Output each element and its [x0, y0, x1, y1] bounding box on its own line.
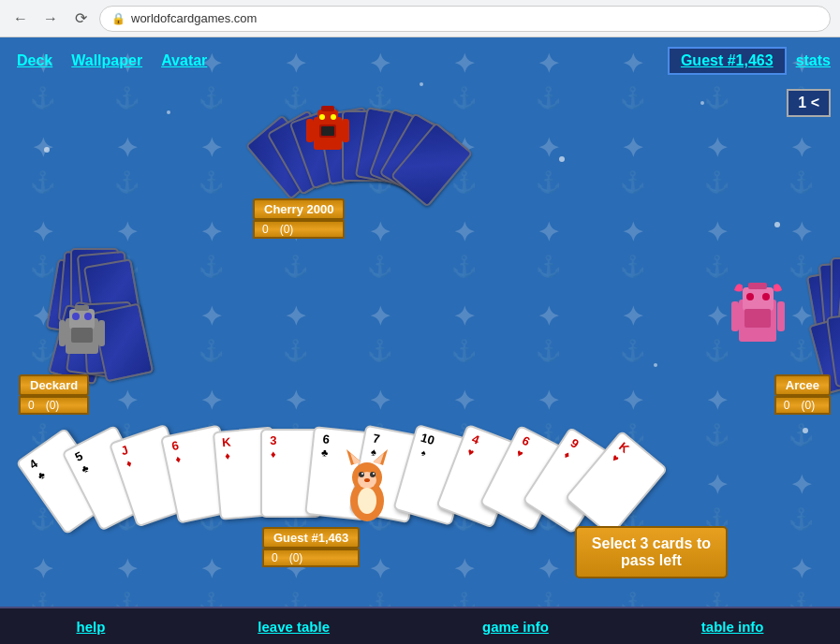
- svg-point-10: [774, 222, 780, 227]
- bottom-player-name: Guest #1,463: [262, 527, 360, 549]
- right-player-avatar: [728, 276, 788, 351]
- left-player-name: Deckard: [19, 374, 89, 396]
- svg-rect-18: [321, 106, 334, 111]
- svg-rect-31: [59, 320, 66, 346]
- stats-link[interactable]: stats: [796, 52, 831, 69]
- svg-point-4: [44, 147, 50, 153]
- svg-rect-26: [69, 309, 95, 329]
- score-counter[interactable]: 1 <: [787, 89, 831, 117]
- svg-point-20: [331, 114, 336, 120]
- help-link[interactable]: help: [76, 619, 105, 635]
- svg-point-5: [167, 110, 170, 114]
- svg-point-9: [700, 101, 704, 105]
- svg-rect-32: [98, 320, 105, 346]
- svg-rect-30: [71, 328, 93, 343]
- left-player-avatar: [56, 300, 108, 360]
- deck-nav-link[interactable]: Deck: [9, 49, 60, 73]
- url-text: worldofcardgames.com: [131, 11, 257, 25]
- lock-icon: 🔒: [111, 12, 125, 25]
- select-tooltip-line2: pass left: [621, 552, 682, 568]
- select-tooltip-line1: Select 3 cards to: [592, 535, 711, 551]
- bottom-player-round-score: (0): [289, 551, 303, 564]
- forward-button[interactable]: →: [39, 7, 62, 30]
- game-info-link[interactable]: game info: [482, 619, 549, 635]
- bottom-player-fox-avatar: [337, 445, 398, 524]
- svg-rect-39: [731, 301, 739, 331]
- svg-rect-22: [321, 126, 334, 136]
- svg-point-13: [654, 363, 657, 367]
- svg-point-52: [364, 478, 370, 482]
- table-info-link[interactable]: table info: [701, 619, 764, 635]
- svg-point-49: [370, 472, 376, 477]
- top-player-score: 0 (0): [253, 220, 345, 239]
- svg-point-37: [762, 293, 770, 300]
- top-nav: Deck Wallpaper Avatar Guest #1,463 stats: [0, 37, 840, 84]
- back-button[interactable]: ←: [9, 7, 32, 30]
- svg-point-50: [361, 473, 363, 475]
- top-player-info: Cherry 2000 0 (0): [253, 198, 345, 239]
- wallpaper-nav-link[interactable]: Wallpaper: [64, 49, 150, 73]
- bottom-nav: help leave table game info table info: [0, 607, 840, 644]
- top-player-avatar: [304, 98, 351, 159]
- svg-point-29: [84, 313, 92, 320]
- leave-table-link[interactable]: leave table: [258, 619, 330, 635]
- svg-point-36: [746, 293, 754, 300]
- game-area: ✦ ⚓ Deck Wallpaper Avatar Guest #1,463 s…: [0, 37, 840, 607]
- svg-point-53: [358, 488, 376, 514]
- svg-rect-27: [75, 305, 89, 311]
- svg-point-48: [359, 472, 364, 477]
- svg-rect-23: [306, 119, 314, 142]
- address-bar[interactable]: 🔒 worldofcardgames.com: [99, 6, 831, 32]
- browser-chrome: ← → ⟳ 🔒 worldofcardgames.com: [0, 0, 840, 37]
- svg-rect-35: [748, 283, 767, 289]
- top-player-score-val: 0: [262, 223, 269, 236]
- svg-point-28: [72, 313, 80, 320]
- top-player-round-score: (0): [280, 223, 294, 236]
- avatar-nav-link[interactable]: Avatar: [154, 49, 214, 73]
- reload-button[interactable]: ⟳: [69, 7, 92, 30]
- svg-point-19: [319, 114, 325, 120]
- svg-point-8: [559, 156, 565, 162]
- svg-rect-38: [744, 309, 771, 328]
- bottom-player-score-val: 0: [272, 551, 278, 564]
- svg-rect-24: [342, 119, 349, 142]
- bottom-player-info: Guest #1,463 0 (0): [262, 527, 360, 567]
- guest-badge[interactable]: Guest #1,463: [668, 47, 787, 75]
- bottom-player-score: 0 (0): [262, 549, 360, 567]
- hand-area: 4♣ 5♣ J♦ 6♦ K♦ 3♦ 6♣ 7♠ 10♠: [0, 401, 840, 522]
- nav-right: Guest #1,463 stats: [668, 47, 831, 75]
- right-player-name: Arcee: [774, 374, 831, 396]
- svg-rect-40: [777, 301, 785, 331]
- svg-point-51: [373, 473, 375, 475]
- select-cards-tooltip: Select 3 cards to pass left: [575, 526, 728, 578]
- top-player-name: Cherry 2000: [253, 198, 345, 220]
